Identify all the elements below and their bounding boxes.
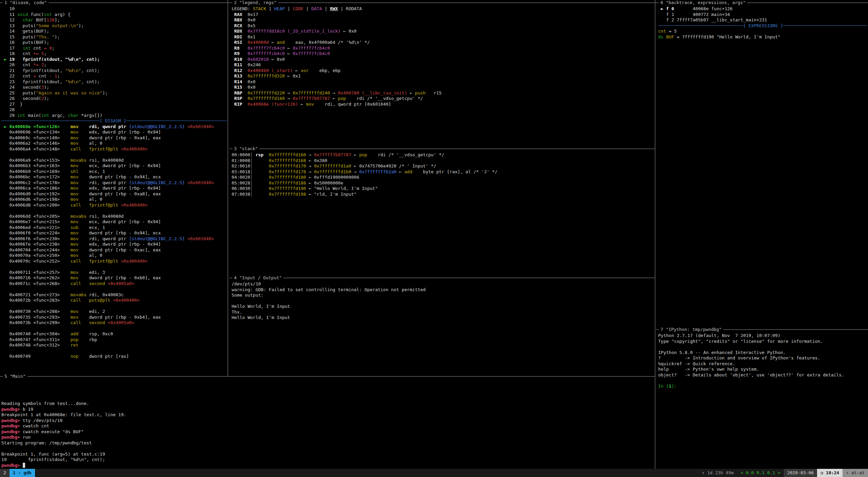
terminal-text-segment: 12 <box>1 17 17 22</box>
terminal-text-segment: → <box>285 96 293 101</box>
terminal-text-segment: ret <box>71 342 78 348</box>
terminal-text-segment: "%d\n" <box>65 79 81 84</box>
terminal-text-segment: char <box>68 113 78 118</box>
terminal-text-segment: 0x7ffff7fcb4c0 <box>293 51 330 56</box>
terminal-text-segment: 0x7ffff7fcb4c0 <box>293 46 330 51</box>
clock-icon: ◷ <box>820 470 826 475</box>
terminal-text-segment: 0x40070a <func+250> <box>1 253 71 258</box>
terminal-text-segment: <0x400490> <box>121 259 147 264</box>
terminal-text-segment: nop <box>71 354 78 359</box>
terminal-line: ─────────────────────────────────────[ D… <box>1 118 227 124</box>
terminal-text-segment: ← 0x1 <box>285 73 301 78</box>
terminal-text-segment: cwatch execute "ds BUF" <box>23 429 84 434</box>
terminal-text-segment: 27 <box>1 102 17 107</box>
terminal-text-segment <box>253 175 269 180</box>
terminal-text-segment: mov <box>71 163 78 168</box>
terminal-text-segment: ► <box>1 57 9 62</box>
terminal-text-segment: %quickref -> Quick reference. <box>658 361 735 366</box>
terminal-text-segment: 0x4006bc <func+172> <box>1 174 71 179</box>
pane-backtrace-expressions[interactable]: ► f 0 40068e func+126 f 1 400772 main+34… <box>658 6 867 328</box>
terminal-text-segment: 23 <box>1 79 17 84</box>
terminal-line: 0x400711 <func+257> mov edi, 3 <box>1 270 227 276</box>
terminal-text-segment <box>60 124 70 129</box>
terminal-text-segment: <0x400400> <box>113 298 140 303</box>
terminal-line: 0x4006a9 <func+153> movabs rsi, 0x40080d <box>1 158 227 163</box>
terminal-text-segment: 03:0018 <box>232 169 250 174</box>
terminal-text-segment: 26 <box>1 96 17 101</box>
terminal-text-segment: object? -> Details about 'object', use '… <box>658 372 844 377</box>
terminal-text-segment: pop <box>71 337 78 342</box>
terminal-text-segment: tty /dev/pts/10 <box>23 418 62 423</box>
terminal-line: 06:0030│ 0x7fffffffd190 ← "Hello World, … <box>232 186 654 192</box>
pane-ipython[interactable]: Python 2.7.17 (default, Nov 7 2019, 10:0… <box>658 333 867 468</box>
terminal-text-segment: mov <box>306 102 314 107</box>
terminal-line <box>1 303 227 309</box>
terminal-text-segment: fprintf@plt <box>89 202 121 208</box>
terminal-text-segment: [stdout@@GLIBC_2.2.5] <box>129 180 185 185</box>
terminal-text-segment: 0x4006b3 <func+163> <box>1 163 71 168</box>
terminal-line: 04:0020│ 0x7fffffffd180 ← 0xfffd19000000… <box>232 175 654 180</box>
terminal-text-segment: func+126 <box>709 6 733 11</box>
pane-legend-regs[interactable]: LEGEND: STACK | HEAP | CODE | DATA | RWX… <box>232 6 654 147</box>
terminal-text-segment: mov <box>71 141 78 146</box>
terminal-line: 0x40070c <func+252> call fprintf@plt <0x… <box>1 259 227 264</box>
pane-disasm-code[interactable]: 10 11 void func(int arg) { 12 char BUF[1… <box>1 6 227 375</box>
terminal-text-segment: char <box>23 17 33 22</box>
terminal-text-segment: 0x4006dd <func+205> <box>1 214 71 219</box>
terminal-line: R15 0x0 <box>232 85 654 90</box>
terminal-line <box>1 446 654 452</box>
terminal-text-segment: 0x400716 <func+262> <box>1 275 71 280</box>
terminal-line: 23 fprintf(stdout, "%d\n", cnt); <box>1 79 227 85</box>
tmux-session-indicator[interactable]: 2 <box>0 469 10 477</box>
terminal-text-segment: 0x40068e <func+126> <box>9 124 60 129</box>
pane-title-backtrace: 6 "backtrace, expressions, args" <box>659 0 747 5</box>
terminal-line: RBP 0x7fffffffd220 → 0x7fffffffd240 → 0x… <box>232 90 654 96</box>
terminal-text-segment: mov <box>71 135 78 140</box>
terminal-text-segment: cnt <box>17 62 33 67</box>
terminal-text-segment: ← 0xfffd19000000006 <box>306 175 359 180</box>
terminal-line: Breakpoint 1 at 0x40068e: file test.c, l… <box>1 412 654 418</box>
pane-stack[interactable]: 00:0000│ rsp 0x7fffffffd160 → 0x7ffff7b9… <box>232 152 654 277</box>
terminal-line: Some output: <box>232 293 654 298</box>
terminal-text-segment: R9 <box>232 51 245 56</box>
terminal-line: 22 cnt = cnt - 1; <box>1 73 227 79</box>
terminal-text-segment <box>52 73 55 78</box>
terminal-text-segment: 128 <box>47 17 54 22</box>
terminal-text-segment <box>17 46 23 51</box>
terminal-text-segment: 0x4004b0 (_start) <box>248 68 293 73</box>
terminal-text-segment: ← <box>285 51 293 56</box>
terminal-text-segment: Thx. <box>232 310 242 315</box>
terminal-text-segment: ebp, ebp <box>309 68 341 73</box>
terminal-text-segment: 28 <box>1 107 17 112</box>
terminal-text-segment: = <box>33 73 36 78</box>
terminal-text-segment: rbp <box>78 337 97 342</box>
pane-main-gdb-console[interactable]: Reading symbols from test...done.pwndbg>… <box>1 378 654 469</box>
terminal-text-segment: edx, dword ptr [rbp - 0x94] <box>78 186 161 191</box>
terminal-text-segment: eax, 0x4f000a64 /* '%d\n' */ <box>285 40 370 45</box>
terminal-line: ► f 0 40068e func+126 <box>658 6 867 12</box>
terminal-line: R8 0x7ffff7fcb4c0 ← 0x7ffff7fcb4c0 <box>232 46 654 51</box>
terminal-text-segment: mov <box>71 242 78 247</box>
terminal-text-segment: 21 <box>1 68 17 73</box>
terminal-text-segment: second( <box>17 85 41 90</box>
terminal-text-segment: ); <box>55 34 60 39</box>
terminal-text-segment: and <box>277 40 285 45</box>
terminal-text-segment: RWX <box>330 6 338 11</box>
terminal-text-segment: = 7fffffffd190 "Hello World, I'm Input" <box>674 34 780 39</box>
terminal-text-segment <box>81 320 89 325</box>
terminal-line: ? -> Introduction and overview of IPytho… <box>658 355 867 361</box>
terminal-line: 0x4006a2 <func+146> mov al, 0 <box>1 141 227 146</box>
terminal-text-segment: 0x400748 <func+312> <box>1 342 71 348</box>
terminal-text-segment: 0x7ffff7ffb2a0 <box>359 169 397 174</box>
terminal-text-segment: IPython 5.8.0 -- An enhanced Interactive… <box>658 350 786 355</box>
terminal-text-segment: 20 <box>1 62 17 67</box>
terminal-line: Thx. <box>232 310 654 315</box>
terminal-text-segment: [stdout@@GLIBC_2.2.5] <box>129 236 185 241</box>
terminal-text-segment: <0x601040> <box>185 124 214 129</box>
terminal-text-segment <box>47 46 49 51</box>
tmux-window-tab-gdb[interactable]: 1 › gdb <box>10 469 35 477</box>
terminal-line: 0x400730 <func+288> mov edi, 2 <box>1 309 227 315</box>
terminal-text-segment: ← 0x380 <box>306 158 327 163</box>
terminal-line: 03:0018│ 0x7fffffffd178 → 0x7fffffffd1b0… <box>232 169 654 175</box>
pane-input-output[interactable]: /dev/pts/10warning: GDB: Failed to set c… <box>232 281 654 375</box>
